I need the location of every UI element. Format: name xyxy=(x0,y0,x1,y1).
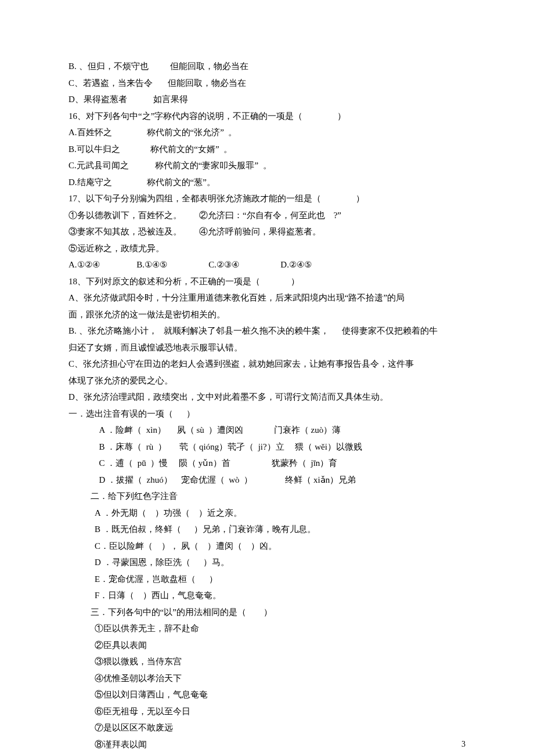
option-line: ③妻家不知其故，恐被连及。 ④允济呼前验问，果得盗葱者。 xyxy=(68,223,466,240)
option-line: F．日薄（ ）西山，气息奄奄。 xyxy=(68,587,466,604)
option-line: ①臣以供养无主，辞不赴命 xyxy=(68,620,466,637)
option-line: 体现了张允济的爱民之心。 xyxy=(68,372,466,389)
option-line: A.①②④ B.①④⑤ C.②③④ D.②④⑤ xyxy=(68,256,466,273)
option-line: B.可以牛归之 称代前文的“女婿” 。 xyxy=(68,141,466,158)
option-line: C、若遇盗，当来告令 但能回取，物必当在 xyxy=(68,75,466,92)
option-line: ⑥臣无祖母，无以至今日 xyxy=(68,703,466,720)
section-1-heading: 一．选出注音有误的一项（ ） xyxy=(68,406,466,422)
question-18: 18、下列对原文的叙述和分析，不正确的一项是（ ） xyxy=(68,273,466,290)
option-line: ③猥以微贱，当侍东宫 xyxy=(68,653,466,670)
page-number: 3 xyxy=(461,737,466,753)
option-line: B ．既无伯叔，终鲜（ ）兄弟，门衰诈薄，晚有儿息。 xyxy=(68,521,466,538)
section-3-heading: 三．下列各句中的“以”的用法相同的是（ ） xyxy=(68,604,466,621)
option-line: D.结庵守之 称代前文的“葱”。 xyxy=(68,174,466,191)
option-line: A ．险衅（ xìn） 夙（ sù ）遭闵凶 门衰祚（ zuò）薄 xyxy=(68,422,466,439)
option-line: 归还了女婿，而且诚惶诚恐地表示服罪认错。 xyxy=(68,339,466,356)
option-line: C.元武县司闻之 称代前文的“妻家叩头服罪” 。 xyxy=(68,157,466,174)
option-line: ⑤但以刘日薄西山，气息奄奄 xyxy=(68,686,466,703)
option-line: D ．寻蒙国恩，除臣洗（ ）马。 xyxy=(68,554,466,571)
option-line: ⑧谨拜表以闻 xyxy=(68,736,466,753)
option-line: C．臣以险衅（ ）， 夙（ ）遭闵（ ）凶。 xyxy=(68,538,466,555)
option-line: C、张允济担心守在田边的老妇人会遇到强盗，就劝她回家去，让她有事报告县令，这件事 xyxy=(68,356,466,372)
option-line: C ．逋（ pū ）慢 陨（ yǔn）首 犹蒙矜（ jīn）育 xyxy=(68,455,466,472)
option-line: D、张允济治理武阳，政绩突出，文中对此着墨不多，可谓行文简洁而又具体生动。 xyxy=(68,389,466,406)
option-line: B. 、张允济略施小计， 就顺利解决了邻县一桩久拖不决的赖牛案， 使得妻家不仅把… xyxy=(68,323,466,339)
option-line: B ．床蓐（ rù ） 茕（ qióng）茕孑（ ji?）立 猥（ wěi）以微… xyxy=(68,439,466,455)
question-16: 16、对下列各句中“之”字称代内容的说明，不正确的一项是（ ） xyxy=(68,108,466,125)
option-line: ⑦是以区区不敢废远 xyxy=(68,719,466,736)
option-line: 面，跟张允济的这一做法是密切相关的。 xyxy=(68,306,466,323)
option-line: ①务以德教训下，百姓怀之。 ②允济曰：“尔自有令，何至此也 ?” xyxy=(68,207,466,224)
option-line: D ．拔擢（ zhuó） 宠命优渥（ wò ） 终鲜（ xiǎn）兄弟 xyxy=(68,472,466,489)
option-line: E．宠命优渥，岂敢盘桓（ ） xyxy=(68,571,466,588)
option-line: ②臣具以表闻 xyxy=(68,637,466,654)
option-line: ⑤远近称之，政绩尤异。 xyxy=(68,240,466,257)
option-line: ④优惟圣朝以孝治天下 xyxy=(68,670,466,687)
section-2-heading: 二．给下列红色字注音 xyxy=(68,488,466,505)
option-line: B. 、但归，不烦守也 但能回取，物必当在 xyxy=(68,58,466,75)
question-17: 17、以下句子分别编为四组，全都表明张允济施政才能的一组是（ ） xyxy=(68,190,466,207)
option-line: A、张允济做武阳令时，十分注重用道德来教化百姓，后来武阳境内出现“路不拾遗”的局 xyxy=(68,290,466,306)
option-line: A ．外无期（ ）功强（ ）近之亲。 xyxy=(68,505,466,522)
option-line: D、果得盗葱者 如言果得 xyxy=(68,91,466,108)
option-line: A.百姓怀之 称代前文的“张允济” 。 xyxy=(68,124,466,141)
